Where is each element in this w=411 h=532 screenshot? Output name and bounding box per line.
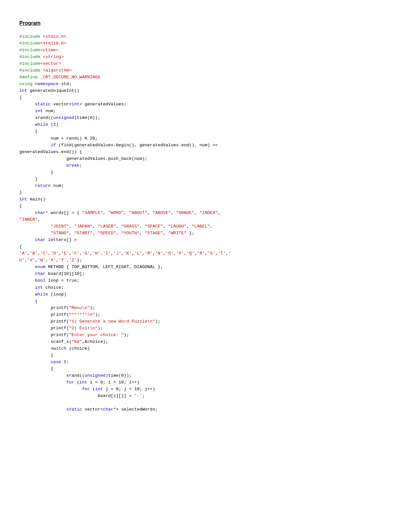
page-title: Program: [19, 19, 392, 27]
code-block: #include <stdio.h> #include<stdlib.h> #i…: [19, 33, 392, 413]
